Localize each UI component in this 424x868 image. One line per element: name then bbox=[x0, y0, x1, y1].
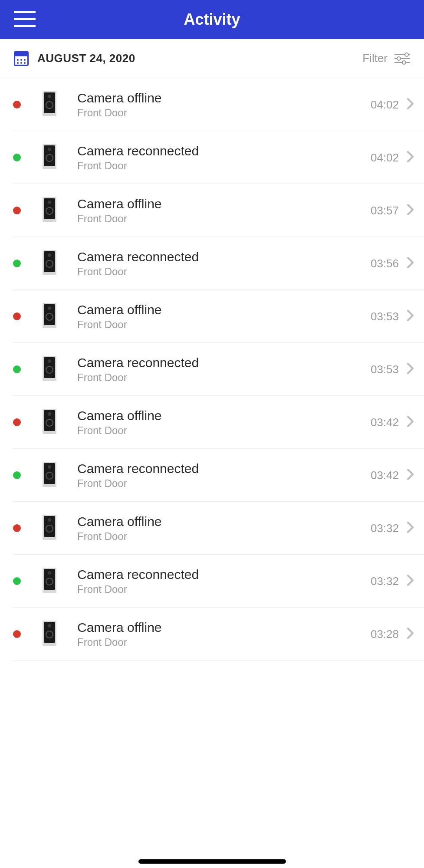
activity-row[interactable]: Camera offline Front Door 03:57 bbox=[0, 184, 424, 237]
doorbell-device-icon bbox=[43, 144, 77, 171]
activity-row[interactable]: Camera reconnected Front Door 03:53 bbox=[0, 343, 424, 396]
chevron-right-icon bbox=[407, 151, 414, 164]
activity-row[interactable]: Camera offline Front Door 03:53 bbox=[0, 290, 424, 343]
event-location: Front Door bbox=[77, 424, 371, 437]
doorbell-device-icon bbox=[43, 515, 77, 542]
doorbell-device-icon bbox=[43, 356, 77, 383]
event-location: Front Door bbox=[77, 107, 371, 119]
svg-point-28 bbox=[48, 253, 51, 257]
svg-point-4 bbox=[24, 59, 26, 61]
event-title: Camera offline bbox=[77, 408, 371, 423]
event-location: Front Door bbox=[77, 213, 371, 225]
event-location: Front Door bbox=[77, 160, 371, 172]
event-title: Camera offline bbox=[77, 302, 371, 317]
doorbell-device-icon bbox=[43, 621, 77, 648]
event-location: Front Door bbox=[77, 372, 371, 384]
svg-point-13 bbox=[402, 61, 406, 64]
event-time: 04:02 bbox=[371, 98, 399, 112]
svg-point-9 bbox=[405, 53, 408, 56]
event-title: Camera offline bbox=[77, 620, 371, 635]
chevron-right-icon bbox=[407, 627, 414, 641]
event-title: Camera reconnected bbox=[77, 250, 371, 264]
activity-list: Camera offline Front Door 04:02 Camera r… bbox=[0, 78, 424, 661]
event-time: 03:42 bbox=[371, 416, 399, 429]
svg-rect-1 bbox=[15, 52, 28, 56]
chevron-right-icon bbox=[407, 362, 414, 376]
date-filter-bar: AUGUST 24, 2020 Filter bbox=[0, 39, 424, 78]
event-time: 03:32 bbox=[371, 575, 399, 588]
activity-row[interactable]: Camera offline Front Door 03:42 bbox=[0, 396, 424, 449]
event-title: Camera reconnected bbox=[77, 355, 371, 370]
calendar-icon[interactable] bbox=[14, 51, 29, 66]
chevron-right-icon bbox=[407, 521, 414, 535]
event-title: Camera offline bbox=[77, 91, 371, 105]
activity-row[interactable]: Camera reconnected Front Door 03:32 bbox=[0, 555, 424, 608]
status-dot-icon bbox=[13, 418, 21, 426]
status-dot-icon bbox=[13, 577, 21, 585]
page-title: Activity bbox=[0, 10, 424, 29]
doorbell-device-icon bbox=[43, 197, 77, 224]
status-dot-icon bbox=[13, 524, 21, 532]
svg-point-36 bbox=[48, 359, 51, 363]
doorbell-device-icon bbox=[43, 462, 77, 489]
event-location: Front Door bbox=[77, 636, 371, 648]
status-dot-icon bbox=[13, 260, 21, 267]
svg-point-32 bbox=[48, 306, 51, 310]
event-location: Front Door bbox=[77, 530, 371, 542]
filter-sliders-icon[interactable] bbox=[394, 53, 410, 65]
status-dot-icon bbox=[13, 312, 21, 320]
event-time: 04:02 bbox=[371, 151, 399, 164]
svg-point-48 bbox=[48, 518, 51, 522]
activity-row[interactable]: Camera offline Front Door 03:28 bbox=[0, 608, 424, 661]
chevron-right-icon bbox=[407, 468, 414, 482]
svg-point-2 bbox=[17, 59, 19, 61]
svg-point-16 bbox=[48, 95, 51, 98]
chevron-right-icon bbox=[407, 415, 414, 429]
svg-point-56 bbox=[48, 624, 51, 628]
chevron-right-icon bbox=[407, 98, 414, 112]
doorbell-device-icon bbox=[43, 250, 77, 277]
event-time: 03:53 bbox=[371, 363, 399, 376]
svg-point-5 bbox=[17, 62, 19, 64]
doorbell-device-icon bbox=[43, 303, 77, 330]
event-time: 03:42 bbox=[371, 469, 399, 482]
activity-row[interactable]: Camera reconnected Front Door 03:56 bbox=[0, 237, 424, 290]
menu-icon[interactable] bbox=[14, 11, 36, 27]
svg-point-7 bbox=[24, 62, 26, 64]
status-dot-icon bbox=[13, 471, 21, 479]
activity-row[interactable]: Camera offline Front Door 04:02 bbox=[0, 78, 424, 131]
svg-point-11 bbox=[397, 57, 401, 60]
svg-point-3 bbox=[20, 59, 22, 61]
event-time: 03:28 bbox=[371, 628, 399, 641]
event-time: 03:57 bbox=[371, 204, 399, 217]
svg-point-52 bbox=[48, 571, 51, 575]
doorbell-device-icon bbox=[43, 568, 77, 595]
event-location: Front Door bbox=[77, 583, 371, 595]
status-dot-icon bbox=[13, 101, 21, 108]
event-title: Camera offline bbox=[77, 514, 371, 529]
event-location: Front Door bbox=[77, 266, 371, 278]
svg-point-24 bbox=[48, 201, 51, 204]
svg-point-20 bbox=[48, 148, 51, 151]
chevron-right-icon bbox=[407, 574, 414, 588]
event-location: Front Door bbox=[77, 477, 371, 490]
activity-row[interactable]: Camera reconnected Front Door 04:02 bbox=[0, 131, 424, 184]
event-time: 03:56 bbox=[371, 257, 399, 270]
date-label[interactable]: AUGUST 24, 2020 bbox=[37, 52, 135, 65]
chevron-right-icon bbox=[407, 204, 414, 217]
status-dot-icon bbox=[13, 154, 21, 161]
event-title: Camera reconnected bbox=[77, 567, 371, 582]
status-dot-icon bbox=[13, 207, 21, 214]
chevron-right-icon bbox=[407, 309, 414, 323]
activity-row[interactable]: Camera reconnected Front Door 03:42 bbox=[0, 449, 424, 502]
svg-point-40 bbox=[48, 412, 51, 416]
event-title: Camera offline bbox=[77, 197, 371, 211]
event-time: 03:53 bbox=[371, 310, 399, 323]
filter-label[interactable]: Filter bbox=[362, 52, 388, 65]
app-header: Activity bbox=[0, 0, 424, 39]
activity-row[interactable]: Camera offline Front Door 03:32 bbox=[0, 502, 424, 555]
chevron-right-icon bbox=[407, 256, 414, 270]
status-dot-icon bbox=[13, 630, 21, 638]
home-indicator[interactable] bbox=[138, 859, 286, 864]
event-time: 03:32 bbox=[371, 522, 399, 535]
